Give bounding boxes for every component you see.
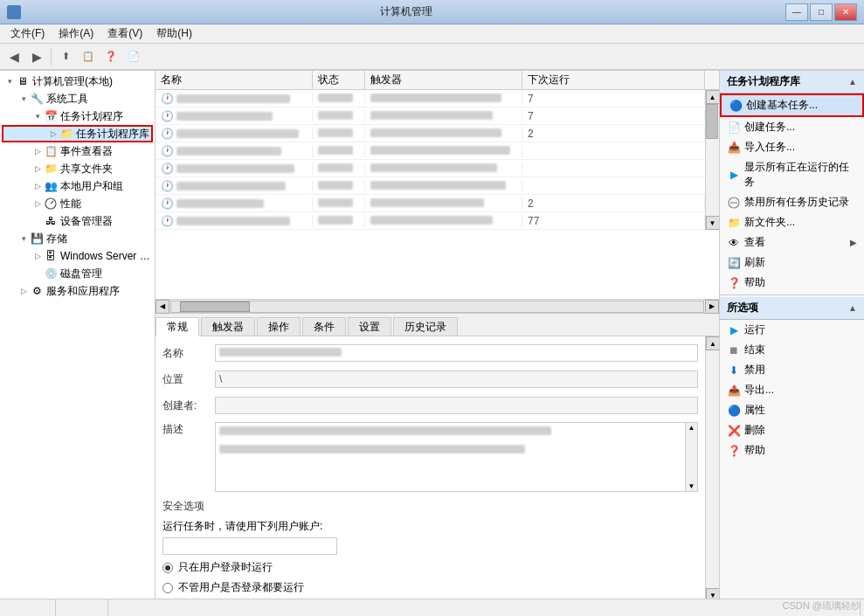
tree-item-disk[interactable]: 💿 磁盘管理 — [2, 265, 153, 282]
table-row[interactable]: 🕐 — [156, 142, 705, 160]
tree-item-system-tools[interactable]: ▾ 🔧 系统工具 — [2, 90, 153, 107]
tree-item-task-lib[interactable]: ▷ 📁 任务计划程序库 — [2, 125, 153, 142]
properties-button[interactable]: ❓ — [100, 46, 121, 67]
table-row[interactable]: 🕐 — [156, 177, 705, 195]
security-user-input[interactable] — [162, 537, 337, 555]
col-next[interactable]: 下次运行 — [522, 71, 705, 89]
tree-expand-root[interactable]: ▾ — [3, 75, 16, 87]
right-action-view[interactable]: 👁 查看 ▶ — [720, 232, 864, 253]
right-action-delete[interactable]: ❌ 删除 — [720, 420, 864, 440]
detail-vscroll-up[interactable]: ▲ — [706, 336, 719, 350]
right-action-end[interactable]: ⏹ 结束 — [720, 340, 864, 360]
status-seg1[interactable] — [3, 599, 56, 616]
table-vscroll-thumb[interactable] — [706, 104, 718, 139]
right-action-properties[interactable]: 🔵 属性 — [720, 400, 864, 420]
right-action-run[interactable]: ▶ 运行 — [720, 320, 864, 340]
tree-expand-tasklib[interactable]: ▷ — [47, 128, 59, 140]
minimize-button[interactable]: — — [785, 3, 808, 21]
right-action-new-folder[interactable]: 📁 新文件夹... — [720, 212, 864, 232]
right-action-create-task[interactable]: 📄 创建任务... — [720, 117, 864, 137]
right-action-help2[interactable]: ❓ 帮助 — [720, 440, 864, 460]
new-folder-icon: 📁 — [727, 216, 741, 230]
right-action-disable[interactable]: ⬇ 禁用 — [720, 360, 864, 380]
storage-icon: 💾 — [30, 232, 44, 246]
tabs-bar: 常规 触发器 操作 条件 设置 历史记录 — [156, 314, 719, 336]
back-button[interactable]: ◀ — [3, 46, 24, 67]
right-action-show-running[interactable]: ▶ 显示所有正在运行的任务 — [720, 157, 864, 192]
tree-item-storage[interactable]: ▾ 💾 存储 — [2, 230, 153, 247]
status-seg2[interactable] — [56, 599, 108, 616]
forward-button[interactable]: ▶ — [26, 46, 47, 67]
table-vscroll-down[interactable]: ▼ — [706, 216, 720, 230]
table-row[interactable]: 🕐 7 — [156, 107, 705, 125]
maximize-button[interactable]: □ — [810, 3, 833, 21]
tree-item-performance[interactable]: ▷ 性能 — [2, 195, 153, 212]
tree-expand-event[interactable]: ▷ — [31, 145, 44, 157]
row8-next: 77 — [522, 215, 705, 227]
right-action-create-basic[interactable]: 🔵 创建基本任务... — [720, 93, 864, 117]
tab-condition[interactable]: 条件 — [302, 317, 346, 336]
tree-expand-wsb[interactable]: ▷ — [31, 250, 44, 262]
up-button[interactable]: ⬆ — [55, 46, 76, 67]
tree-item-device[interactable]: 🖧 设备管理器 — [2, 212, 153, 230]
run-label: 运行 — [744, 322, 765, 337]
tree-item-shared[interactable]: ▷ 📁 共享文件夹 — [2, 160, 153, 177]
col-status[interactable]: 状态 — [313, 71, 365, 89]
table-row[interactable]: 🕐 2 — [156, 195, 705, 212]
right-action-export[interactable]: 📤 导出... — [720, 380, 864, 400]
right-action-import[interactable]: 📥 导入任务... — [720, 137, 864, 157]
tree-item-root[interactable]: ▾ 🖥 计算机管理(本地) — [2, 73, 153, 90]
close-button[interactable]: ✕ — [834, 3, 857, 21]
right-action-help[interactable]: ❓ 帮助 — [720, 273, 864, 293]
right-action-disable-history[interactable]: 禁用所有任务历史记录 — [720, 192, 864, 212]
menu-action[interactable]: 操作(A) — [52, 24, 100, 43]
security-section: 安全选项 运行任务时，请使用下列用户账户: 只在用户登录时运行 不管用户是否登录… — [162, 499, 698, 595]
tree-label-root: 计算机管理(本地) — [32, 74, 113, 89]
menu-file[interactable]: 文件(F) — [3, 24, 52, 43]
tree-expand-users[interactable]: ▷ — [31, 180, 44, 192]
table-vscroll-up[interactable]: ▲ — [706, 90, 720, 104]
view-sub-arrow: ▶ — [850, 238, 857, 247]
description-field[interactable]: ▲ ▼ — [215, 422, 698, 492]
tree-expand-services[interactable]: ▷ — [17, 285, 30, 297]
tree-label-wsb: Windows Server Back — [60, 250, 151, 262]
table-row[interactable]: 🕐 77 — [156, 212, 705, 230]
status-seg3[interactable] — [108, 599, 861, 616]
tree-expand-perf[interactable]: ▷ — [31, 197, 44, 210]
tree-item-wsb[interactable]: ▷ 🗄 Windows Server Back — [2, 247, 153, 265]
help-toolbar-button[interactable]: 📄 — [123, 46, 144, 67]
desc-vscroll-down[interactable]: ▼ — [688, 481, 696, 491]
tree-label-shared: 共享文件夹 — [60, 162, 113, 176]
name-input[interactable] — [215, 344, 698, 362]
table-row[interactable]: 🕐 7 — [156, 90, 705, 107]
col-name[interactable]: 名称 — [156, 71, 313, 89]
right-action-refresh[interactable]: 🔄 刷新 — [720, 253, 864, 273]
tree-expand-shared[interactable]: ▷ — [31, 163, 44, 175]
tab-history[interactable]: 历史记录 — [393, 317, 458, 336]
menu-view[interactable]: 查看(V) — [100, 24, 149, 43]
col-trigger[interactable]: 触发器 — [365, 71, 522, 89]
table-row[interactable]: 🕐 — [156, 160, 705, 177]
table-row[interactable]: 🕐 2 — [156, 125, 705, 142]
tree-item-task-scheduler[interactable]: ▾ 📅 任务计划程序 — [2, 107, 153, 125]
table-hscroll-left[interactable]: ◀ — [156, 300, 169, 314]
tree-expand-system[interactable]: ▾ — [17, 93, 30, 105]
tree-expand-tasks[interactable]: ▾ — [31, 110, 44, 122]
tree-expand-storage[interactable]: ▾ — [17, 232, 30, 245]
row5-trigger — [370, 163, 497, 172]
row4-icon: 🕐 — [161, 145, 174, 157]
menu-help[interactable]: 帮助(H) — [149, 24, 199, 43]
location-row: 位置 \ — [162, 370, 698, 389]
radio-always[interactable] — [162, 583, 173, 593]
tab-trigger[interactable]: 触发器 — [201, 317, 255, 336]
tree-item-users[interactable]: ▷ 👥 本地用户和组 — [2, 177, 153, 195]
tree-item-event-viewer[interactable]: ▷ 📋 事件查看器 — [2, 142, 153, 160]
radio-only-login[interactable] — [162, 563, 173, 573]
tree-item-services[interactable]: ▷ ⚙ 服务和应用程序 — [2, 282, 153, 300]
table-hscroll-right[interactable]: ▶ — [705, 300, 719, 314]
desc-vscroll-up[interactable]: ▲ — [688, 423, 696, 433]
tab-settings[interactable]: 设置 — [348, 317, 391, 336]
tab-action[interactable]: 操作 — [257, 317, 301, 336]
tab-general[interactable]: 常规 — [156, 317, 199, 336]
show-hide-button[interactable]: 📋 — [78, 46, 99, 67]
